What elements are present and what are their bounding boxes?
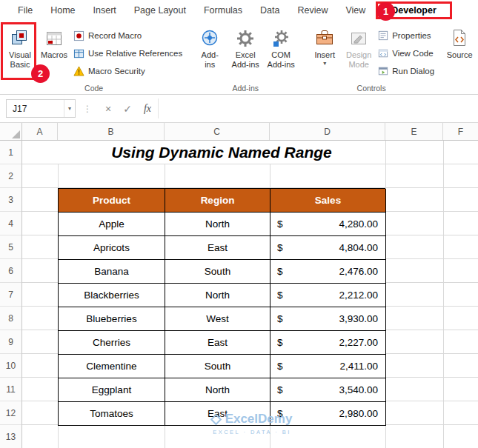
sales-amount: 3,540.00 [339, 384, 378, 395]
sales-amount: 2,227.00 [339, 337, 378, 348]
column-header-e[interactable]: E [385, 123, 443, 140]
cell-sales[interactable]: $ 2,411.00 [270, 355, 386, 378]
cell-area[interactable]: Using Dynamic Named Range Product Region… [22, 141, 478, 448]
table-header-region[interactable]: Region [165, 189, 270, 213]
add-ins-button[interactable]: Add- ins [193, 24, 227, 70]
sales-amount: 3,930.00 [339, 313, 378, 324]
cell-sales[interactable]: $ 2,227.00 [270, 331, 386, 355]
row-header[interactable]: 10 [0, 354, 21, 378]
cell-region[interactable]: East [165, 331, 270, 355]
row-headers: 1 2 3 4 5 6 7 8 9 10 [0, 141, 22, 448]
com-add-ins-label-line1: COM [271, 50, 291, 60]
cell-sales[interactable]: $ 4,280.00 [270, 213, 386, 236]
cell-region[interactable]: West [165, 307, 270, 331]
column-header-f[interactable]: F [443, 123, 478, 140]
run-dialog-label: Run Dialog [392, 67, 434, 76]
table-header-product[interactable]: Product [59, 189, 165, 213]
design-mode-button[interactable]: Design Mode [342, 24, 376, 70]
cell-product[interactable]: Apple [59, 213, 165, 236]
cell-product[interactable]: Banana [59, 260, 165, 284]
formula-bar-drag-handle-icon[interactable]: ⋮ [83, 104, 92, 114]
com-add-ins-button[interactable]: COM Add-ins [264, 24, 298, 70]
tab-formulas[interactable]: Formulas [195, 1, 251, 19]
cell-product[interactable]: Blackberries [59, 284, 165, 307]
column-header-c[interactable]: C [165, 123, 270, 140]
cell-product[interactable]: Clementine [59, 355, 165, 378]
cell-product[interactable]: Blueberries [59, 307, 165, 331]
excel-window: File Home Insert Page Layout Formulas Da… [0, 0, 478, 123]
row-header[interactable]: 3 [0, 188, 21, 212]
ribbon-group-xml: Source [439, 21, 478, 94]
use-relative-references-button[interactable]: Use Relative References [71, 44, 185, 62]
sheet-title-cell[interactable]: Using Dynamic Named Range [58, 141, 385, 164]
insert-control-label: Insert [314, 50, 335, 60]
cell-region[interactable]: East [165, 236, 270, 260]
column-header-d[interactable]: D [270, 123, 385, 140]
toolbox-icon [315, 24, 334, 47]
row-header[interactable]: 12 [0, 401, 21, 425]
table-header-sales[interactable]: Sales [270, 189, 386, 213]
excel-add-ins-label-line1: Excel [236, 50, 256, 60]
com-add-ins-label-line2: Add-ins [268, 60, 295, 70]
record-macro-button[interactable]: Record Macro [71, 27, 185, 44]
tab-file[interactable]: File [9, 1, 42, 19]
cell-sales[interactable]: $ 4,804.00 [270, 236, 386, 260]
macro-security-button[interactable]: Macro Security [71, 62, 185, 80]
currency-symbol: $ [277, 218, 283, 230]
run-dialog-button[interactable]: Run Dialog [376, 62, 436, 80]
cell-region[interactable]: North [165, 284, 270, 307]
column-headers: A B C D E F [0, 123, 478, 141]
cell-product[interactable]: Cherries [59, 331, 165, 355]
cell-sales[interactable]: $ 3,540.00 [270, 378, 386, 402]
row-header[interactable]: 6 [0, 259, 21, 283]
excel-add-ins-button[interactable]: Excel Add-ins [228, 24, 262, 70]
cell-sales[interactable]: $ 2,212.00 [270, 284, 386, 307]
row-header[interactable]: 1 [0, 141, 21, 164]
visual-basic-button[interactable]: Visual Basic [3, 24, 37, 70]
enter-icon[interactable]: ✓ [118, 103, 137, 115]
macros-button[interactable]: Macros [37, 24, 71, 60]
cell-sales[interactable]: $ 3,930.00 [270, 307, 386, 331]
row-header[interactable]: 13 [0, 425, 21, 448]
source-button[interactable]: Source [442, 24, 477, 60]
use-relative-references-label: Use Relative References [88, 49, 182, 58]
cell-sales[interactable]: $ 2,476.00 [270, 260, 386, 284]
row-header[interactable]: 4 [0, 212, 21, 235]
row-header[interactable]: 2 [0, 164, 21, 188]
sales-amount: 2,411.00 [339, 361, 378, 372]
cell-product[interactable]: Eggplant [59, 378, 165, 402]
cell-region[interactable]: South [165, 260, 270, 284]
row-header[interactable]: 5 [0, 235, 21, 259]
cancel-icon[interactable]: × [99, 103, 118, 115]
insert-function-icon[interactable]: fx [137, 103, 158, 115]
macros-label: Macros [41, 50, 67, 60]
record-macro-label: Record Macro [88, 31, 142, 40]
cell-region[interactable]: North [165, 213, 270, 236]
tab-review[interactable]: Review [288, 1, 336, 19]
cell-product[interactable]: Apricots [59, 236, 165, 260]
row-header[interactable]: 11 [0, 378, 21, 401]
tab-insert[interactable]: Insert [84, 1, 125, 19]
column-header-b[interactable]: B [58, 123, 165, 140]
properties-button[interactable]: Properties [376, 27, 436, 44]
cell-product[interactable]: Tomatoes [59, 402, 165, 426]
code-group-small-buttons: Record Macro Use Relative References [71, 27, 185, 80]
row-header[interactable]: 9 [0, 330, 21, 354]
insert-control-button[interactable]: Insert ▾ [308, 24, 342, 67]
macros-icon [45, 24, 63, 47]
tab-view[interactable]: View [336, 1, 374, 19]
row-header[interactable]: 7 [0, 283, 21, 307]
view-code-button[interactable]: View Code [376, 44, 436, 62]
tab-home[interactable]: Home [42, 1, 84, 19]
select-all-corner[interactable] [0, 123, 22, 140]
cell-region[interactable]: North [165, 378, 270, 402]
add-ins-label-line2: ins [205, 60, 215, 70]
tab-data[interactable]: Data [251, 1, 288, 19]
cell-region[interactable]: South [165, 355, 270, 378]
name-box-dropdown-icon[interactable]: ▾ [64, 100, 75, 117]
column-header-a[interactable]: A [22, 123, 58, 140]
row-header[interactable]: 8 [0, 307, 21, 330]
formula-input[interactable] [158, 98, 478, 118]
name-box[interactable]: J17 ▾ [6, 99, 76, 118]
tab-page-layout[interactable]: Page Layout [125, 1, 195, 19]
